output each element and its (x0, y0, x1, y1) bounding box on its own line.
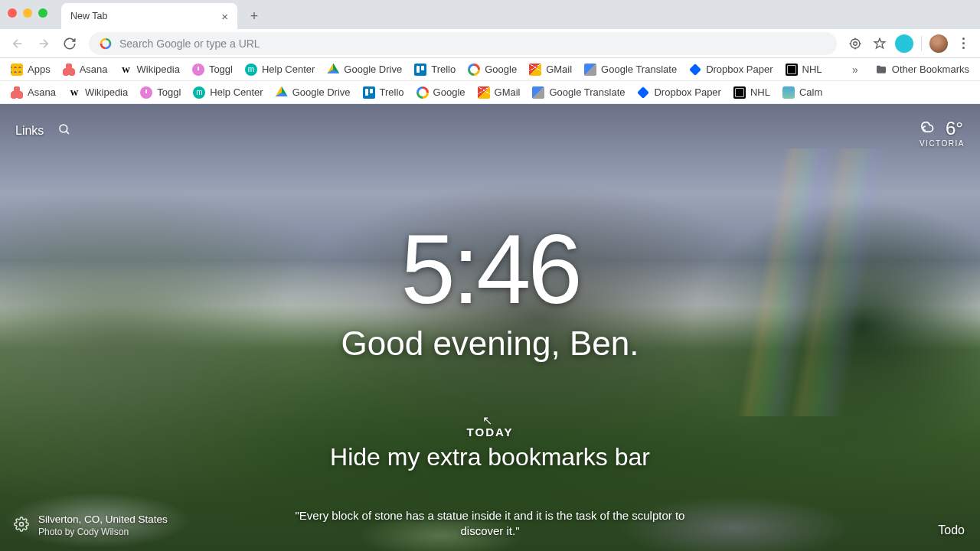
profile-avatar[interactable] (928, 33, 949, 54)
settings-gear-icon[interactable] (14, 517, 29, 534)
bookmark-label: Google Drive (292, 86, 351, 98)
dropbox-icon (689, 64, 701, 76)
toolbar: Search Google or type a URL (0, 29, 980, 58)
bookmark-trello[interactable]: Trello (358, 83, 409, 102)
bookmark-nhl[interactable]: NHL (729, 83, 775, 102)
bookmark-dropbox-paper[interactable]: Dropbox Paper (684, 60, 777, 79)
bookmark-google-translate[interactable]: Google Translate (580, 60, 681, 79)
apps-icon (11, 64, 23, 76)
bookmark-star-icon[interactable] (869, 33, 890, 54)
bookmark-calm[interactable]: Calm (778, 83, 827, 102)
asana-icon (63, 64, 75, 76)
weather-widget[interactable]: 6° VICTORIA (920, 118, 965, 148)
bookmark-google-translate[interactable]: Google Translate (528, 83, 629, 102)
toggl-icon (192, 64, 204, 76)
weather-location: VICTORIA (920, 139, 965, 148)
bookmark-asana[interactable]: Asana (6, 83, 60, 102)
bookmark-label: GMail (546, 64, 572, 75)
asana-icon (11, 86, 23, 99)
svg-point-7 (20, 523, 24, 527)
bookmarks-overflow-button[interactable]: » (848, 64, 863, 76)
minimize-window-button[interactable] (23, 8, 32, 18)
google-drive-icon (276, 86, 288, 99)
bookmark-gmail[interactable]: GMail (524, 60, 577, 79)
bookmark-label: Calm (799, 86, 822, 98)
separator (921, 36, 922, 51)
bookmark-wikipedia[interactable]: WWikipedia (64, 83, 132, 102)
todo-button[interactable]: Todo (938, 523, 965, 537)
wikipedia-icon: W (120, 64, 132, 76)
google-translate-icon (532, 86, 544, 99)
weather-temperature: 6° (946, 118, 963, 139)
quote-text[interactable]: "Every block of stone has a statue insid… (291, 508, 689, 540)
bookmark-nhl[interactable]: NHL (781, 60, 827, 79)
forward-button[interactable] (32, 32, 55, 55)
bookmark-toggl[interactable]: Toggl (136, 83, 185, 102)
trello-icon (414, 64, 426, 76)
bookmark-google[interactable]: Google (412, 83, 470, 102)
bookmarks-bar-secondary: Asana WWikipedia Toggl mHelp Center Goog… (0, 81, 980, 104)
extension-avatar-teal[interactable] (893, 33, 915, 54)
bookmark-label: Toggl (209, 64, 233, 75)
bookmark-label: Toggl (157, 86, 181, 98)
bookmark-google[interactable]: Google (463, 60, 521, 79)
close-tab-button[interactable]: × (221, 10, 228, 23)
close-window-button[interactable] (8, 8, 17, 18)
back-button[interactable] (6, 32, 29, 55)
calm-icon (782, 86, 795, 99)
browser-tab[interactable]: New Tab × (61, 3, 237, 29)
photo-location: Silverton, CO, United States (38, 514, 168, 525)
bookmark-asana[interactable]: Asana (58, 60, 113, 79)
window-controls (8, 8, 47, 21)
bookmark-label: NHL (750, 86, 770, 98)
bookmark-label: Trello (431, 64, 456, 75)
bookmark-gmail[interactable]: GMail (473, 83, 525, 102)
bookmark-label: Wikipedia (85, 86, 128, 98)
location-icon[interactable] (844, 33, 866, 54)
bookmark-toggl[interactable]: Toggl (188, 60, 237, 79)
google-g-icon (100, 37, 112, 50)
bookmarks-bar: Apps Asana WWikipedia Toggl mHelp Center… (0, 58, 980, 81)
google-drive-icon (327, 64, 339, 76)
svg-point-5 (851, 39, 860, 48)
bookmark-apps[interactable]: Apps (6, 60, 55, 79)
title-bar: New Tab × + (0, 0, 980, 29)
bookmark-google-drive[interactable]: Google Drive (271, 83, 355, 102)
bookmark-trello[interactable]: Trello (410, 60, 460, 79)
other-bookmarks-button[interactable]: Other Bookmarks (871, 60, 974, 79)
svg-point-6 (60, 125, 67, 132)
nhl-icon (733, 86, 746, 99)
maximize-window-button[interactable] (38, 8, 47, 18)
bookmark-help-center[interactable]: mHelp Center (240, 60, 319, 79)
reload-button[interactable] (58, 32, 81, 55)
bookmark-help-center[interactable]: mHelp Center (188, 83, 267, 102)
tab-title: New Tab (70, 11, 107, 21)
nhl-icon (786, 64, 798, 76)
bookmark-dropbox-paper[interactable]: Dropbox Paper (632, 83, 725, 102)
gmail-icon (529, 64, 541, 76)
toggl-icon (140, 86, 152, 99)
google-translate-icon (584, 64, 596, 76)
greeting: Good evening, Ben. (49, 324, 931, 363)
address-bar[interactable]: Search Google or type a URL (89, 32, 837, 55)
search-icon[interactable] (57, 122, 71, 139)
photo-credit[interactable]: Silverton, CO, United States Photo by Co… (38, 514, 168, 537)
bookmark-wikipedia[interactable]: WWikipedia (116, 60, 185, 79)
bookmark-label: Wikipedia (137, 64, 180, 75)
bookmark-google-drive[interactable]: Google Drive (322, 60, 407, 79)
bookmark-label: Google (433, 86, 466, 98)
bookmark-label: Apps (28, 64, 51, 75)
links-button[interactable]: Links (15, 124, 44, 138)
new-tab-button[interactable]: + (243, 5, 265, 27)
bookmark-label: NHL (802, 64, 822, 75)
google-icon (468, 64, 480, 76)
today-label: TODAY (330, 425, 650, 439)
svg-point-4 (854, 41, 858, 45)
bookmark-label: Trello (380, 86, 404, 98)
bookmark-label: Help Center (210, 86, 263, 98)
focus-text[interactable]: Hide my extra bookmarks bar (330, 443, 650, 471)
clock: 5:46 (49, 220, 931, 318)
chrome-menu-button[interactable] (952, 33, 974, 54)
bookmark-label: Help Center (262, 64, 315, 75)
bookmark-label: Google Translate (601, 64, 677, 75)
